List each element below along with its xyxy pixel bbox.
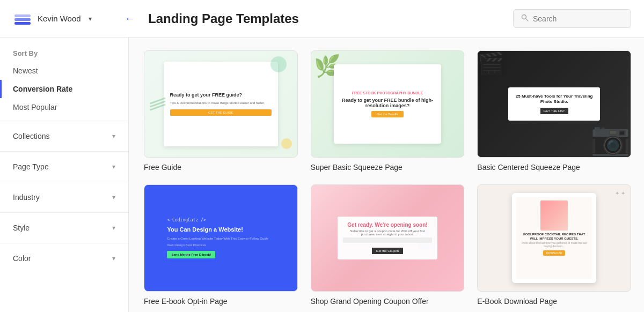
ebook-optin-card: < CodingCatz /> You Can Design a Website… xyxy=(159,193,282,283)
divider-3 xyxy=(0,182,128,182)
sort-item-most-popular[interactable]: Most Popular xyxy=(0,98,128,116)
template-name-ebook-download: E-Book Download Page xyxy=(477,297,631,306)
svg-rect-1 xyxy=(14,18,31,21)
template-thumb-ebook-optin: < CodingCatz /> You Can Design a Website… xyxy=(144,184,298,292)
divider-2 xyxy=(0,151,128,152)
coupon-input-mock xyxy=(343,237,431,243)
user-chevron-icon[interactable]: ▾ xyxy=(89,15,92,23)
ebook-book-img xyxy=(540,200,568,231)
squeeze-cta: Get the Bundle xyxy=(371,111,404,117)
deco-circle-2 xyxy=(281,138,292,149)
coupon-card: Get ready. We're opening soon! Subscribe… xyxy=(338,217,437,259)
sidebar-section-collections[interactable]: Collections ▾ xyxy=(0,125,128,147)
user-name: Kevin Wood xyxy=(38,14,81,23)
template-name-ebook-optin: Free E-book Opt-in Page xyxy=(144,297,298,306)
collections-chevron-icon: ▾ xyxy=(112,132,115,140)
template-name-squeeze: Super Basic Squeeze Page xyxy=(311,163,465,172)
template-name-free-guide: Free Guide xyxy=(144,163,298,172)
deco-circle-1 xyxy=(270,56,287,72)
sidebar-section-color[interactable]: Color ▾ xyxy=(0,248,128,269)
body: Sort By Newest Conversion Rate Most Popu… xyxy=(0,38,644,312)
ebook-subtext: Web Design Best Practices xyxy=(167,243,206,247)
sidebar-section-style[interactable]: Style ▾ xyxy=(0,217,128,239)
template-thumb-squeeze: 🌿 FREE STOCK PHOTOGRAPHY BUNDLE Ready to… xyxy=(311,50,465,158)
centered-squeeze-card: 25 Must-have Tools for Your Traveling Ph… xyxy=(508,87,600,121)
sort-by-label: Sort By xyxy=(0,46,128,62)
sort-item-newest[interactable]: Newest xyxy=(0,62,128,80)
svg-line-4 xyxy=(526,19,529,21)
logo-area: Kevin Wood ▾ xyxy=(13,9,120,28)
header: Kevin Wood ▾ ← Landing Page Templates xyxy=(0,0,644,38)
sidebar-section-page-type[interactable]: Page Type ▾ xyxy=(0,156,128,177)
template-thumb-free-guide: Ready to get your FREE guide? Tips & Rec… xyxy=(144,50,298,158)
template-card-coupon-offer[interactable]: 👗 Get ready. We're opening soon! Subscri… xyxy=(311,184,465,306)
page-type-label: Page Type xyxy=(13,162,49,171)
ebook-body: Create a Great Looking Website Today Wit… xyxy=(167,236,268,241)
industry-chevron-icon: ▾ xyxy=(112,194,115,201)
divider-1 xyxy=(0,121,128,121)
template-card-free-guide[interactable]: Ready to get your FREE guide? Tips & Rec… xyxy=(144,50,298,172)
color-chevron-icon: ▾ xyxy=(112,255,115,262)
ebook-tablet-frame: FOOLPROOF COCKTAIL RECIPES THAT WILL IMP… xyxy=(512,193,596,283)
template-card-centered-squeeze[interactable]: 📷 🎬 25 Must-have Tools for Your Travelin… xyxy=(477,50,631,172)
template-card-ebook-download[interactable]: ✦ ✦ FOOLPROOF COCKTAIL RECIPES THAT WILL… xyxy=(477,184,631,306)
main-content: Ready to get your FREE guide? Tips & Rec… xyxy=(129,38,644,312)
centered-squeeze-headline: 25 Must-have Tools for Your Traveling Ph… xyxy=(515,94,594,105)
page-type-chevron-icon: ▾ xyxy=(112,163,115,170)
templates-grid: Ready to get your FREE guide? Tips & Rec… xyxy=(144,50,631,306)
template-thumb-coupon: 👗 Get ready. We're opening soon! Subscri… xyxy=(311,184,465,292)
page-title: Landing Page Templates xyxy=(148,11,513,26)
template-thumb-ebook-download: ✦ ✦ FOOLPROOF COCKTAIL RECIPES THAT WILL… xyxy=(477,184,631,292)
search-input[interactable] xyxy=(533,14,623,23)
collections-label: Collections xyxy=(13,132,49,140)
coupon-headline: Get ready. We're opening soon! xyxy=(343,222,431,228)
search-box xyxy=(513,9,631,28)
ebook2-cta: DOWNLOAD xyxy=(543,250,565,256)
ebook-deco-stars: ✦ ✦ xyxy=(615,190,625,196)
template-card-squeeze-page[interactable]: 🌿 FREE STOCK PHOTOGRAPHY BUNDLE Ready to… xyxy=(311,50,465,172)
coupon-cta: Get the Coupon xyxy=(372,248,403,254)
squeeze-headline: Ready to get your FREE bundle of high-re… xyxy=(339,98,435,108)
template-name-coupon-offer: Shop Grand Opening Coupon Offer xyxy=(311,297,465,306)
back-button[interactable]: ← xyxy=(120,9,140,28)
divider-5 xyxy=(0,243,128,243)
sidebar: Sort By Newest Conversion Rate Most Popu… xyxy=(0,38,129,312)
centered-squeeze-cta: GET THE LIST xyxy=(540,108,568,114)
ebook-cta: Send Me the Free E-book! xyxy=(167,251,215,258)
svg-rect-0 xyxy=(14,14,31,17)
template-thumb-centered-squeeze: 📷 🎬 25 Must-have Tools for Your Travelin… xyxy=(477,50,631,158)
free-guide-card-inner: Ready to get your FREE guide? Tips & Rec… xyxy=(164,62,278,146)
app-logo xyxy=(13,9,32,28)
squeeze-label: FREE STOCK PHOTOGRAPHY BUNDLE xyxy=(352,91,423,95)
ebook2-body: Think about the last time you gathered o… xyxy=(519,241,589,248)
svg-rect-2 xyxy=(14,22,31,25)
sidebar-section-industry[interactable]: Industry ▾ xyxy=(0,187,128,208)
free-guide-headline: Ready to get your FREE guide? xyxy=(170,92,272,99)
coupon-sub: Subscribe to get a coupon code for 20% o… xyxy=(343,229,431,236)
free-guide-cta: GET THE GUIDE xyxy=(170,109,272,116)
ebook-tablet-screen: FOOLPROOF COCKTAIL RECIPES THAT WILL IMP… xyxy=(516,197,592,279)
style-chevron-icon: ▾ xyxy=(112,224,115,232)
free-guide-body: Tips & Recommendations to make things st… xyxy=(170,101,272,105)
ebook-headline: You Can Design a Website! xyxy=(167,226,243,233)
search-icon xyxy=(521,14,529,23)
squeeze-card-inner: FREE STOCK PHOTOGRAPHY BUNDLE Ready to g… xyxy=(334,64,441,144)
template-name-centered-squeeze: Basic Centered Squeeze Page xyxy=(477,163,631,172)
sort-item-conversion-rate[interactable]: Conversion Rate xyxy=(0,80,128,98)
divider-4 xyxy=(0,212,128,213)
style-label: Style xyxy=(13,224,30,232)
ebook2-headline: FOOLPROOF COCKTAIL RECIPES THAT WILL IMP… xyxy=(519,233,589,241)
industry-label: Industry xyxy=(13,193,40,202)
color-label: Color xyxy=(13,254,31,263)
ebook-brand: < CodingCatz /> xyxy=(167,218,206,222)
template-card-ebook-optin[interactable]: < CodingCatz /> You Can Design a Website… xyxy=(144,184,298,306)
